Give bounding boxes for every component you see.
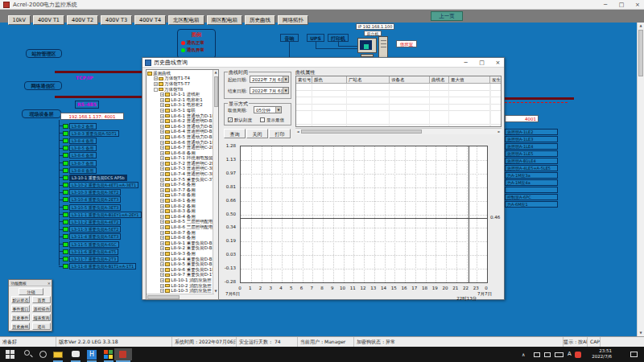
device-item[interactable]: 力A-1M应4a xyxy=(505,179,558,187)
tree-toggle-icon[interactable]: + xyxy=(154,76,158,80)
column-header[interactable]: 曲线名 xyxy=(430,76,449,83)
close-icon[interactable]: × xyxy=(631,0,644,10)
device-item[interactable]: L3-11-6 重要负荷A-4T5 xyxy=(59,248,142,255)
tab[interactable]: 400V T2 xyxy=(67,15,98,25)
tree-node[interactable]: + L8-8-4 备用 xyxy=(147,214,213,220)
tree-node[interactable]: + L8-8-1 备用 xyxy=(147,198,213,204)
tray-network-icon[interactable] xyxy=(544,352,551,357)
tree-node[interactable]: + L8-9-4 重要负荷D-B1 xyxy=(147,257,213,262)
dialog-maximize-icon[interactable]: □ xyxy=(476,58,488,68)
function-button[interactable]: 遥控操作 xyxy=(32,305,51,312)
tree-toggle-icon[interactable]: + xyxy=(160,167,164,171)
tree-toggle-icon[interactable]: + xyxy=(160,257,164,261)
device-item[interactable]: L3-11-1 重要负荷A-B1EY1=A-2EY1 xyxy=(59,211,142,218)
tree-toggle-icon[interactable]: + xyxy=(160,268,164,272)
device-item[interactable]: L3-11-3 重要负荷A-5ET2 xyxy=(59,226,142,233)
function-button[interactable]: 报表查询 xyxy=(32,314,51,321)
device-item[interactable]: L3-8-2 备用 xyxy=(59,122,142,130)
device-item[interactable]: L3-10-2 重要负荷A-4ET1=A-3ET1 xyxy=(59,182,142,189)
tab[interactable]: 北区配电箱 xyxy=(168,15,204,25)
query-button[interactable]: 查询 xyxy=(224,129,246,138)
tree-toggle-icon[interactable]: + xyxy=(154,82,158,86)
tree-node[interactable]: + L8-6-2 普通照明D-B1 xyxy=(147,118,213,124)
tree-node[interactable]: + L8-6-7 普通照明C-2L xyxy=(147,145,213,150)
tree-toggle-icon[interactable]: + xyxy=(160,204,164,208)
tree-node[interactable]: + L8-9-3 备用 xyxy=(147,251,213,257)
tree-node[interactable]: + L8-8-3 备用 xyxy=(147,208,213,214)
device-item[interactable]: L3-8-3 重要负荷A-5DT1 xyxy=(59,130,142,137)
tree-toggle-icon[interactable]: + xyxy=(160,114,164,118)
h-app-icon[interactable]: H xyxy=(85,348,98,360)
device-item[interactable]: L3-11-2 重要负荷A-4ET2 xyxy=(59,218,142,225)
device-item[interactable]: 力A-1M应3a xyxy=(505,172,558,179)
tree-toggle-icon[interactable]: + xyxy=(160,119,164,123)
function-button[interactable]: 默认状态 xyxy=(11,296,30,303)
function-button[interactable]: 历史事件 xyxy=(11,314,30,321)
tree-toggle-icon[interactable]: + xyxy=(160,162,164,166)
tree-node[interactable]: + L8-1-1 进线柜 xyxy=(147,92,213,97)
tree-toggle-icon[interactable]: + xyxy=(160,236,164,240)
tree-toggle-icon[interactable]: + xyxy=(160,278,164,282)
close-button[interactable]: 关闭 xyxy=(246,129,268,138)
tree-toggle-icon[interactable]: + xyxy=(160,199,164,203)
tree-node[interactable]: + L8-6-6 普通动力D-1B xyxy=(147,140,213,146)
tree-node[interactable]: + 万体馆T1-T4 xyxy=(147,76,213,82)
tree-toggle-icon[interactable]: + xyxy=(160,220,164,224)
tree-node[interactable]: + L8-7-3 普通照明C-3B xyxy=(147,167,213,172)
minimize-icon[interactable]: ─ xyxy=(599,0,612,10)
tree-toggle-icon[interactable]: + xyxy=(160,156,164,160)
tree-toggle-icon[interactable]: + xyxy=(160,125,164,129)
tree-node[interactable]: + L8-5-1 母联 xyxy=(147,108,213,113)
device-item[interactable]: 控制室A-6PC xyxy=(505,194,558,201)
tree-toggle-icon[interactable]: + xyxy=(160,93,164,97)
file-explorer-icon[interactable] xyxy=(52,348,64,360)
tree-node[interactable]: + L8-2-1 电容柜1 xyxy=(147,97,213,103)
device-item[interactable]: L3-11-7 重要负荷A-2T3 xyxy=(59,255,142,262)
device-item[interactable]: L3-8-4 备用 xyxy=(59,137,142,144)
device-item[interactable]: L3-8-8 备用 xyxy=(59,167,142,174)
maximize-icon[interactable]: □ xyxy=(615,0,628,10)
chevron-down-icon[interactable]: ▼ xyxy=(275,107,281,113)
show-extremes-checkbox[interactable] xyxy=(260,117,265,122)
chat-app-icon[interactable] xyxy=(69,348,82,360)
tab[interactable]: 400V T3 xyxy=(101,15,132,25)
device-item[interactable]: L3-8-6 备用 xyxy=(59,152,142,159)
function-button[interactable]: 事件窗口 xyxy=(11,305,30,312)
tree-node[interactable]: + L8-10-1 消防应急照 xyxy=(147,278,213,283)
tree-node[interactable]: + L8-9-2 重要负荷D-B1 xyxy=(147,246,213,252)
tree-node[interactable]: + L8-7-8 备用 xyxy=(147,193,213,199)
device-item[interactable]: L3-8-7 备用 xyxy=(59,159,142,167)
tab[interactable]: 10kV xyxy=(8,15,31,25)
device-item[interactable]: 急照明A-1LE4 xyxy=(505,143,558,150)
device-item[interactable]: L3-10-5 重要负荷A-3ET3 xyxy=(59,204,142,211)
tree-node[interactable]: + L8-7-1 环境用电预留 xyxy=(147,156,213,162)
tree-toggle-icon[interactable]: + xyxy=(160,188,164,192)
tree-node[interactable]: + L8-10-2 消防应急照 xyxy=(147,283,213,289)
tray-language-indicator[interactable]: A xyxy=(568,347,572,362)
office-app-icon[interactable] xyxy=(102,348,115,360)
tree-node[interactable]: + L8-6-1 普通动力D-1L xyxy=(147,113,213,119)
tree-toggle-icon[interactable]: + xyxy=(160,183,164,187)
print-button[interactable]: 打印 xyxy=(269,129,291,138)
tree-toggle-icon[interactable]: + xyxy=(160,252,164,256)
tree-node[interactable]: + L8-7-5 重要负荷C-3T xyxy=(147,177,213,183)
tree-node[interactable]: + L8-7-6 备用 xyxy=(147,182,213,187)
default-scale-checkbox[interactable]: ✓ xyxy=(228,117,233,122)
device-item[interactable]: 急照明A-B1LE4 xyxy=(505,158,558,165)
column-header[interactable]: 最大值 xyxy=(449,76,490,83)
tree-toggle-icon[interactable]: - xyxy=(154,88,158,92)
tree-toggle-icon[interactable]: + xyxy=(160,135,164,139)
tree-node[interactable]: + L8-9-6 重要负荷D-1E xyxy=(147,267,213,273)
period-select[interactable]: 05分钟 ▼ xyxy=(254,106,282,113)
device-item[interactable]: 急照明A-1LE5 xyxy=(505,150,558,158)
function-button[interactable]: 退出 xyxy=(32,323,51,330)
tree-toggle-icon[interactable]: + xyxy=(160,141,164,145)
tree-toggle-icon[interactable]: + xyxy=(160,130,164,134)
tree-toggle-icon[interactable]: + xyxy=(160,225,164,229)
column-header[interactable]: 颜色 xyxy=(312,76,347,83)
notification-center-icon[interactable] xyxy=(630,352,638,357)
device-item[interactable]: L3-10-1 重要负荷DCS AP5b xyxy=(59,174,142,181)
taskbar-clock[interactable]: 23:51 2022/7/6 xyxy=(586,348,612,360)
device-item[interactable]: L3-11-4 重要负荷A-5ET3 xyxy=(59,233,142,241)
device-item[interactable]: L3-10-4 重要负荷A-2ET3 xyxy=(59,196,142,204)
